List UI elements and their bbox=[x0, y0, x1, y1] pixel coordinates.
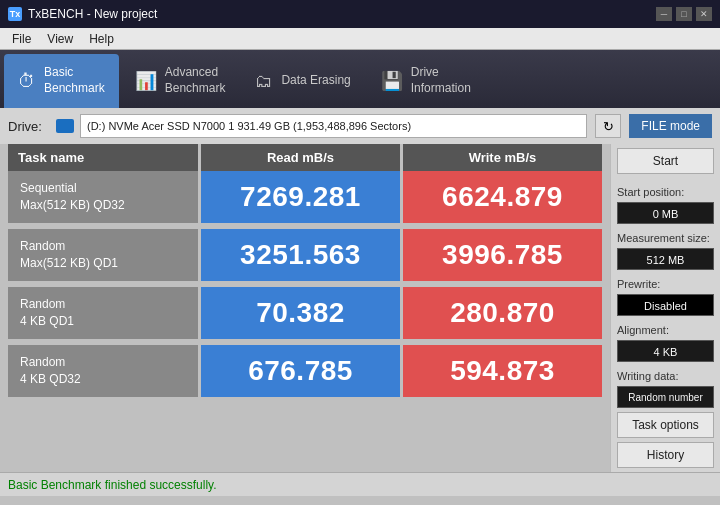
toolbar: ⏱ BasicBenchmark 📊 AdvancedBenchmark 🗂 D… bbox=[0, 50, 720, 108]
app-icon: Tx bbox=[8, 7, 22, 21]
file-mode-button[interactable]: FILE mode bbox=[629, 114, 712, 138]
basic-benchmark-icon: ⏱ bbox=[18, 71, 36, 92]
tab-basic-label: BasicBenchmark bbox=[44, 65, 105, 96]
row-label-1: RandomMax(512 KB) QD1 bbox=[8, 229, 198, 281]
row-read-2: 70.382 bbox=[201, 287, 400, 339]
menu-bar: File View Help bbox=[0, 28, 720, 50]
drive-select[interactable]: (D:) NVMe Acer SSD N7000 1 931.49 GB (1,… bbox=[80, 114, 587, 138]
tab-erasing-label: Data Erasing bbox=[281, 73, 350, 89]
history-button[interactable]: History bbox=[617, 442, 714, 468]
tab-advanced-benchmark[interactable]: 📊 AdvancedBenchmark bbox=[121, 54, 240, 108]
status-text: Basic Benchmark finished successfully. bbox=[8, 478, 217, 492]
row-read-0: 7269.281 bbox=[201, 171, 400, 223]
right-panel: Start Start position: 0 MB Measurement s… bbox=[610, 144, 720, 472]
table-header: Task name Read mB/s Write mB/s bbox=[8, 144, 602, 171]
alignment-label: Alignment: bbox=[617, 324, 714, 336]
advanced-benchmark-icon: 📊 bbox=[135, 70, 157, 92]
alignment-value: 4 KB bbox=[617, 340, 714, 362]
drive-label: Drive: bbox=[8, 119, 48, 134]
table-row: Random4 KB QD1 70.382 280.870 bbox=[8, 287, 602, 339]
title-bar-left: Tx TxBENCH - New project bbox=[8, 7, 157, 21]
minimize-button[interactable]: ─ bbox=[656, 7, 672, 21]
start-position-label: Start position: bbox=[617, 186, 714, 198]
header-task-name: Task name bbox=[8, 144, 198, 171]
row-label-3: Random4 KB QD32 bbox=[8, 345, 198, 397]
prewrite-value: Disabled bbox=[617, 294, 714, 316]
tab-drive-information[interactable]: 💾 DriveInformation bbox=[367, 54, 485, 108]
row-write-1: 3996.785 bbox=[403, 229, 602, 281]
table-row: Random4 KB QD32 676.785 594.873 bbox=[8, 345, 602, 397]
tab-advanced-label: AdvancedBenchmark bbox=[165, 65, 226, 96]
window-title: TxBENCH - New project bbox=[28, 7, 157, 21]
row-read-1: 3251.563 bbox=[201, 229, 400, 281]
drive-row: Drive: (D:) NVMe Acer SSD N7000 1 931.49… bbox=[0, 108, 720, 144]
prewrite-label: Prewrite: bbox=[617, 278, 714, 290]
table-row: SequentialMax(512 KB) QD32 7269.281 6624… bbox=[8, 171, 602, 223]
row-read-3: 676.785 bbox=[201, 345, 400, 397]
menu-help[interactable]: Help bbox=[81, 30, 122, 48]
writing-data-value: Random number bbox=[617, 386, 714, 408]
row-write-2: 280.870 bbox=[403, 287, 602, 339]
measurement-size-value: 512 MB bbox=[617, 248, 714, 270]
title-bar-controls: ─ □ ✕ bbox=[656, 7, 712, 21]
measurement-size-label: Measurement size: bbox=[617, 232, 714, 244]
row-label-0: SequentialMax(512 KB) QD32 bbox=[8, 171, 198, 223]
header-read: Read mB/s bbox=[201, 144, 400, 171]
status-bar: Basic Benchmark finished successfully. bbox=[0, 472, 720, 496]
left-panel: Task name Read mB/s Write mB/s Sequentia… bbox=[0, 144, 610, 472]
start-button[interactable]: Start bbox=[617, 148, 714, 174]
title-bar: Tx TxBENCH - New project ─ □ ✕ bbox=[0, 0, 720, 28]
row-label-2: Random4 KB QD1 bbox=[8, 287, 198, 339]
menu-view[interactable]: View bbox=[39, 30, 81, 48]
drive-information-icon: 💾 bbox=[381, 70, 403, 92]
drive-refresh-button[interactable]: ↻ bbox=[595, 114, 621, 138]
header-write: Write mB/s bbox=[403, 144, 602, 171]
table-row: RandomMax(512 KB) QD1 3251.563 3996.785 bbox=[8, 229, 602, 281]
close-button[interactable]: ✕ bbox=[696, 7, 712, 21]
tab-data-erasing[interactable]: 🗂 Data Erasing bbox=[241, 54, 364, 108]
maximize-button[interactable]: □ bbox=[676, 7, 692, 21]
start-position-value: 0 MB bbox=[617, 202, 714, 224]
writing-data-label: Writing data: bbox=[617, 370, 714, 382]
menu-file[interactable]: File bbox=[4, 30, 39, 48]
task-options-button[interactable]: Task options bbox=[617, 412, 714, 438]
table-body: SequentialMax(512 KB) QD32 7269.281 6624… bbox=[0, 171, 610, 400]
row-write-3: 594.873 bbox=[403, 345, 602, 397]
data-erasing-icon: 🗂 bbox=[255, 71, 273, 92]
main-layout: Task name Read mB/s Write mB/s Sequentia… bbox=[0, 144, 720, 472]
row-write-0: 6624.879 bbox=[403, 171, 602, 223]
tab-basic-benchmark[interactable]: ⏱ BasicBenchmark bbox=[4, 54, 119, 108]
tab-drive-label: DriveInformation bbox=[411, 65, 471, 96]
